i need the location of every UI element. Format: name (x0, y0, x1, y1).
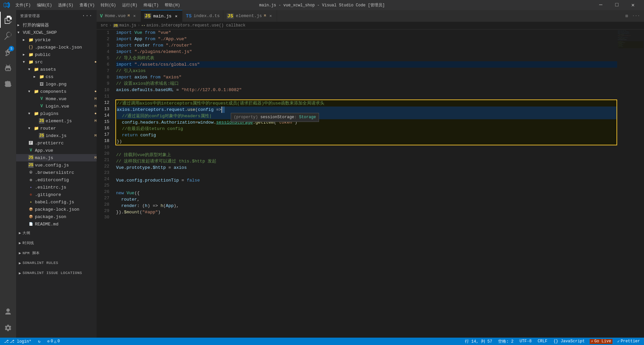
sonarlint-issues-header[interactable]: ▶ SONARLINT ISSUE LOCATIONS (16, 269, 97, 277)
npm-header[interactable]: ▶ NPM 脚本 (16, 249, 97, 257)
sidebar-item-router-index[interactable]: JS index.js M (16, 132, 97, 139)
code-line-25 (116, 184, 617, 190)
sidebar-item-router[interactable]: ▼ 📁 router (16, 125, 97, 132)
sidebar-item-public[interactable]: ▶ 📁 public (16, 51, 97, 58)
sidebar-item-login-vue[interactable]: V Login.vue M (16, 102, 97, 110)
sidebar-item-eslintrc[interactable]: ✦ .eslintrc.js (16, 184, 97, 191)
tab-home-vue[interactable]: V Home.vue M ✕ (97, 10, 141, 22)
code-line-4: import "./plugins/element.js" (116, 49, 617, 55)
status-spaces[interactable]: 空格: 2 (497, 339, 515, 344)
yorkie-arrow-icon: ▶ (23, 38, 28, 42)
encoding-label: UTF-8 (520, 339, 532, 344)
menu-goto[interactable]: 转到(G) (98, 2, 119, 9)
maximize-button[interactable]: □ (609, 0, 625, 10)
titlebar-menu[interactable]: 文件(F) 编辑(E) 选择(S) 查看(V) 转到(G) 运行(R) 终端(T… (13, 2, 183, 9)
sidebar-item-package-lock[interactable]: {} .package-lock.json (16, 44, 97, 51)
sidebar-item-src[interactable]: ▼ 📁 src ● (16, 58, 97, 66)
pkg-json-label: package.json (35, 214, 97, 219)
assets-folder-icon: 📁 (34, 67, 39, 72)
tab-index-dts[interactable]: TS index.d.ts (182, 10, 223, 22)
warnings-icon: △ (54, 339, 56, 344)
tabs-bar: V Home.vue M ✕ JS main.js ✕ TS index.d.t… (97, 10, 644, 22)
menu-edit[interactable]: 编辑(E) (34, 2, 55, 9)
element-js-close-icon[interactable]: ✕ (268, 13, 273, 19)
main-js-label: main.js (35, 155, 93, 160)
status-sync[interactable]: ↻ (37, 339, 42, 344)
activity-source-control[interactable]: S (0, 44, 16, 60)
status-golive[interactable]: ⚡ Go Live (590, 339, 613, 344)
code-line-11 (116, 93, 617, 99)
activity-debug[interactable] (0, 60, 16, 76)
status-position[interactable]: 行 14, 列 57 (464, 339, 494, 344)
code-line-27: router, (116, 196, 617, 203)
tab-element-js[interactable]: JS element.js M ✕ (223, 10, 277, 22)
sidebar-item-components[interactable]: ▼ 📁 components ● (16, 88, 97, 95)
activity-extensions[interactable] (0, 76, 16, 92)
prettierrc-icon: 🅿 (28, 140, 34, 146)
sidebar-item-open-editors[interactable]: ▶ 打开的编辑器 (16, 21, 97, 29)
eslintrc-label: .eslintrc.js (35, 185, 97, 190)
sidebar-item-yorkie[interactable]: ▶ 📁 yorkie (16, 36, 97, 44)
status-bar-right: 行 14, 列 57 空格: 2 UTF-8 CRLF {} JavaScrip… (464, 339, 641, 344)
sidebar-item-assets[interactable]: ▼ 📁 assets (16, 66, 97, 73)
sidebar-item-logo[interactable]: 🖼 logo.png (16, 80, 97, 88)
sidebar-item-package-json[interactable]: 📦 package.json (16, 213, 97, 220)
sidebar-item-project[interactable]: ▼ VUE_XCWL_SHOP (16, 29, 97, 36)
editor-area: V Home.vue M ✕ JS main.js ✕ TS index.d.t… (97, 10, 644, 338)
split-editor-icon[interactable]: ⊞ (624, 12, 630, 20)
status-eol[interactable]: CRLF (536, 339, 549, 344)
sidebar-item-css[interactable]: ▶ 📁 css (16, 73, 97, 80)
prettier-label: Prettier (621, 339, 640, 344)
breadcrumb-callback[interactable]: axios.interceptors.request.use() callbac… (141, 23, 245, 28)
tab-main-js[interactable]: JS main.js ✕ (141, 10, 182, 22)
sidebar-item-element-js[interactable]: JS element.js M (16, 117, 97, 125)
status-branch[interactable]: ⎇ ⎇ login* (3, 339, 33, 344)
sidebar-title: 资源管理器 (20, 13, 40, 18)
close-button[interactable]: ✕ (625, 0, 641, 10)
menu-select[interactable]: 选择(S) (55, 2, 76, 9)
sidebar-item-prettierrc[interactable]: 🅿 .prettierrc (16, 139, 97, 147)
sync-icon: ↻ (38, 339, 40, 344)
breadcrumb-src[interactable]: src (101, 23, 108, 28)
outline-header[interactable]: ▶ 大纲 (16, 229, 97, 236)
sonarlint-rules-header[interactable]: ▶ SONARLINT RULES (16, 259, 97, 267)
sidebar-item-editorconfig[interactable]: ⚙ .editorconfig (16, 176, 97, 184)
code-line-13: axios.interceptors.request.use(config =>… (117, 107, 616, 113)
status-encoding[interactable]: UTF-8 (518, 339, 533, 344)
sidebar-item-vue-config[interactable]: JS vue.config.js (16, 161, 97, 169)
plugins-modified-dot: ● (94, 112, 97, 116)
sidebar-item-package-lock2[interactable]: 📦 package-lock.json (16, 206, 97, 213)
minimize-button[interactable]: ─ (593, 0, 608, 10)
status-errors[interactable]: ⊘ 0 △ 0 (46, 339, 61, 344)
activity-explorer[interactable] (0, 12, 16, 28)
main-js-close-icon[interactable]: ✕ (173, 13, 179, 19)
sidebar-item-main-js[interactable]: JS main.js M (16, 154, 97, 161)
sidebar-item-browserslistrc[interactable]: ⦿ .browserslistrc (16, 169, 97, 176)
menu-terminal[interactable]: 终端(T) (141, 2, 162, 9)
activity-settings[interactable] (0, 320, 16, 336)
more-actions-icon[interactable]: ··· (631, 12, 641, 20)
sidebar-item-gitignore[interactable]: ⊙ .gitignore (16, 191, 97, 198)
language-label: {} JavaScript (553, 339, 585, 344)
timeline-header[interactable]: ▶ 时间线 (16, 239, 97, 247)
sidebar-item-app-vue[interactable]: V App.vue (16, 147, 97, 154)
menu-view[interactable]: 查看(V) (77, 2, 98, 9)
menu-run[interactable]: 运行(R) (119, 2, 140, 9)
activity-search[interactable] (0, 28, 16, 44)
sidebar-item-plugins[interactable]: ▼ 📁 plugins ● (16, 110, 97, 117)
sidebar-item-babel-config[interactable]: ✦ babel.config.js (16, 198, 97, 206)
sidebar-more-icon[interactable]: ··· (82, 13, 93, 19)
pkg-json-icon: 📦 (28, 214, 34, 219)
menu-help[interactable]: 帮助(H) (162, 2, 183, 9)
activity-account[interactable] (0, 304, 16, 320)
code-editor[interactable]: import Vue from "vue" import App from ".… (113, 29, 617, 338)
status-language[interactable]: {} JavaScript (552, 339, 586, 344)
sidebar-item-readme[interactable]: 📄 README.md (16, 220, 97, 228)
menu-file[interactable]: 文件(F) (13, 2, 34, 9)
titlebar-controls[interactable]: ─ □ ✕ (593, 0, 641, 10)
status-prettier[interactable]: ✓ Prettier (616, 339, 641, 344)
breadcrumb-main-js[interactable]: JSmain.js (113, 23, 136, 28)
home-vue-close-icon[interactable]: ✕ (132, 13, 137, 19)
golive-icon: ⚡ (591, 339, 593, 344)
sidebar-item-home-vue[interactable]: V Home.vue M (16, 95, 97, 102)
